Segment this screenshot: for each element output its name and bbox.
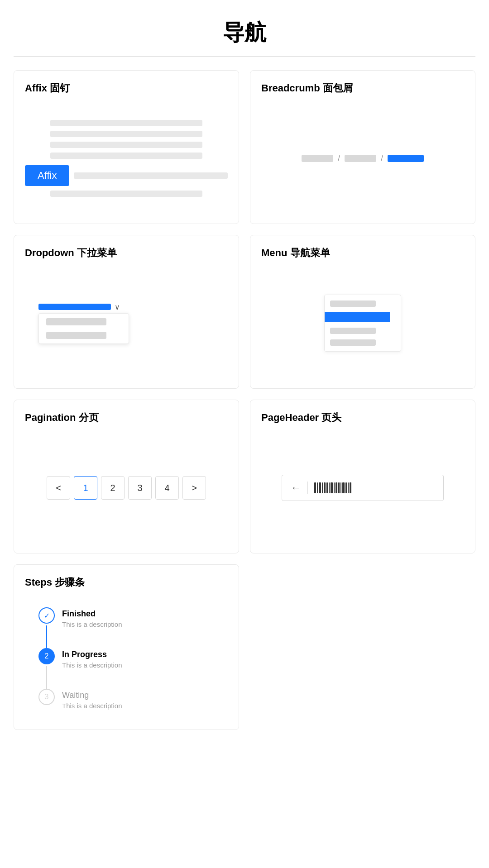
menu-content bbox=[261, 269, 464, 377]
step-2-line bbox=[46, 666, 47, 689]
steps-title: Steps 步骤条 bbox=[25, 576, 228, 589]
pageheader-card: PageHeader 页头 ← bbox=[250, 400, 475, 553]
menu-item-4[interactable] bbox=[330, 339, 376, 346]
bc-separator-2: / bbox=[381, 154, 383, 163]
bc-bar-4 bbox=[322, 482, 323, 493]
bc-bar-12 bbox=[340, 482, 341, 493]
breadcrumb-card: Breadcrumb 面包屑 / / bbox=[250, 70, 475, 224]
page-num-4: 4 bbox=[164, 483, 169, 493]
bc-bar-13 bbox=[342, 482, 345, 493]
step-2-num: 2 bbox=[45, 652, 49, 660]
ph-barcode bbox=[314, 482, 351, 493]
affix-demo: Affix bbox=[25, 120, 228, 197]
pagination-page-1[interactable]: 1 bbox=[74, 476, 97, 500]
pageheader-box: ← bbox=[282, 475, 444, 501]
bc-item-active[interactable] bbox=[388, 155, 424, 162]
affix-card: Affix 固钉 Affix bbox=[14, 70, 239, 224]
page-num-1: 1 bbox=[83, 483, 88, 493]
bc-bar-16 bbox=[350, 482, 351, 493]
component-grid: Affix 固钉 Affix Breadcrumb 面包屑 / bbox=[14, 70, 475, 730]
step-1-content: Finished This is a description bbox=[62, 607, 122, 628]
dd-trigger-bar bbox=[38, 304, 111, 310]
bc-bar-3 bbox=[319, 482, 321, 493]
menu-demo bbox=[324, 295, 401, 352]
steps-content: ✓ Finished This is a description 2 bbox=[25, 598, 228, 719]
step-3-desc: This is a description bbox=[62, 702, 122, 710]
dropdown-menu bbox=[38, 313, 129, 344]
chevron-right-icon: > bbox=[192, 483, 197, 493]
steps-demo: ✓ Finished This is a description 2 bbox=[25, 603, 228, 714]
step-2-title: In Progress bbox=[62, 650, 122, 659]
page-num-3: 3 bbox=[137, 483, 142, 493]
bc-bar-7 bbox=[329, 482, 330, 493]
menu-title: Menu 导航菜单 bbox=[261, 246, 464, 260]
dropdown-title: Dropdown 下拉菜单 bbox=[25, 246, 228, 260]
back-arrow-icon[interactable]: ← bbox=[291, 482, 301, 494]
breadcrumb-demo: / / bbox=[302, 154, 424, 163]
dropdown-demo: ∨ bbox=[25, 303, 228, 344]
dd-menu-item-2[interactable] bbox=[46, 332, 106, 339]
pagination-demo: < 1 2 3 4 > bbox=[47, 476, 206, 500]
bc-item-2[interactable] bbox=[345, 155, 376, 162]
affix-line-1 bbox=[50, 120, 202, 126]
step-1-title: Finished bbox=[62, 609, 122, 619]
affix-line-3 bbox=[50, 142, 202, 148]
pagination-page-2[interactable]: 2 bbox=[101, 476, 125, 500]
step-3-num: 3 bbox=[45, 693, 49, 701]
breadcrumb-content: / / bbox=[261, 104, 464, 213]
bc-bar-2 bbox=[317, 482, 318, 493]
bc-bar-9 bbox=[334, 482, 335, 493]
dropdown-trigger[interactable]: ∨ bbox=[38, 303, 120, 311]
pagination-card: Pagination 分页 < 1 2 3 4 > bbox=[14, 400, 239, 553]
bc-bar-14 bbox=[345, 482, 347, 493]
bc-bar-6 bbox=[326, 482, 328, 493]
step-1-left: ✓ bbox=[38, 607, 55, 648]
affix-line-4 bbox=[50, 153, 202, 159]
page-num-2: 2 bbox=[110, 483, 115, 493]
chevron-left-icon: < bbox=[56, 483, 61, 493]
pagination-title: Pagination 分页 bbox=[25, 411, 228, 424]
divider bbox=[14, 56, 475, 57]
menu-box bbox=[324, 295, 401, 352]
chevron-down-icon: ∨ bbox=[115, 303, 120, 311]
pagination-next[interactable]: > bbox=[182, 476, 206, 500]
affix-line-2 bbox=[50, 131, 202, 137]
step-1-circle: ✓ bbox=[38, 607, 55, 624]
steps-card: Steps 步骤条 ✓ Finished This is a descripti… bbox=[14, 564, 239, 730]
pageheader-content: ← bbox=[261, 434, 464, 542]
dropdown-content: ∨ bbox=[25, 269, 228, 377]
step-3-title: Waiting bbox=[62, 691, 122, 700]
bc-bar-8 bbox=[331, 482, 333, 493]
affix-button[interactable]: Affix bbox=[25, 165, 69, 186]
pagination-prev[interactable]: < bbox=[47, 476, 70, 500]
dd-menu-item-1[interactable] bbox=[46, 318, 106, 325]
dropdown-card: Dropdown 下拉菜单 ∨ bbox=[14, 235, 239, 389]
bc-bar-10 bbox=[336, 482, 337, 493]
pagination-page-4[interactable]: 4 bbox=[155, 476, 179, 500]
step-item-3: 3 Waiting This is a description bbox=[38, 689, 122, 710]
affix-title: Affix 固钉 bbox=[25, 81, 228, 95]
bc-item-1[interactable] bbox=[302, 155, 333, 162]
step-3-content: Waiting This is a description bbox=[62, 689, 122, 710]
bc-separator-1: / bbox=[338, 154, 340, 163]
pageheader-title: PageHeader 页头 bbox=[261, 411, 464, 424]
affix-content: Affix bbox=[25, 104, 228, 213]
menu-item-active[interactable] bbox=[325, 312, 390, 322]
menu-item-3[interactable] bbox=[330, 328, 376, 334]
step-2-desc: This is a description bbox=[62, 661, 122, 669]
bc-bar-5 bbox=[324, 482, 326, 493]
pageheader-demo: ← bbox=[261, 475, 464, 501]
check-icon: ✓ bbox=[44, 611, 50, 620]
menu-card: Menu 导航菜单 bbox=[250, 235, 475, 389]
step-2-circle: 2 bbox=[38, 648, 55, 664]
pagination-page-3[interactable]: 3 bbox=[128, 476, 152, 500]
step-item-2: 2 In Progress This is a description bbox=[38, 648, 122, 689]
menu-item-1[interactable] bbox=[330, 300, 376, 307]
breadcrumb-title: Breadcrumb 面包屑 bbox=[261, 81, 464, 95]
pagination-content: < 1 2 3 4 > bbox=[25, 434, 228, 542]
step-1-line bbox=[46, 625, 47, 648]
step-1-desc: This is a description bbox=[62, 620, 122, 628]
bc-bar-1 bbox=[314, 482, 316, 493]
step-2-content: In Progress This is a description bbox=[62, 648, 122, 669]
bc-bar-11 bbox=[338, 482, 340, 493]
